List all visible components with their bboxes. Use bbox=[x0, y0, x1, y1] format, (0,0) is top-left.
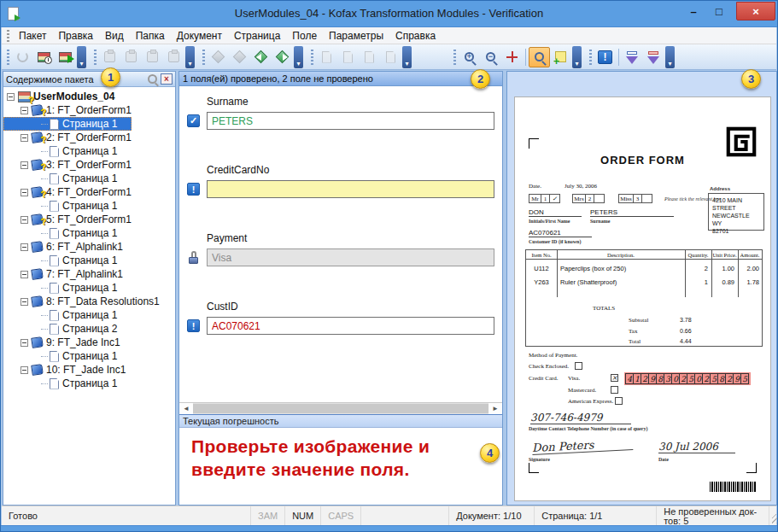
tree-expand-toggle[interactable] bbox=[20, 243, 28, 251]
toolbar-overflow-button[interactable]: ▾ bbox=[294, 46, 303, 68]
force-invalid-button[interactable]: ! bbox=[594, 47, 616, 67]
zoom-selection-button[interactable] bbox=[529, 47, 550, 67]
tree-document[interactable]: ?4: FT_OrderForm1 bbox=[3, 185, 175, 199]
menu-batch[interactable]: Пакет bbox=[13, 28, 52, 44]
confirm-document-button[interactable] bbox=[643, 47, 664, 67]
tree-page[interactable]: Страница 1 bbox=[3, 377, 175, 390]
tree-page-selected[interactable]: Страница 1 bbox=[3, 117, 132, 131]
menu-field[interactable]: Поле bbox=[286, 28, 323, 44]
toolbar-grip[interactable] bbox=[202, 50, 205, 65]
close-button[interactable]: × bbox=[736, 2, 775, 20]
payment-input[interactable] bbox=[207, 248, 494, 266]
zoom-out-button[interactable]: − bbox=[480, 47, 501, 67]
tree-document[interactable]: 8: FT_Data Resolutions1 bbox=[3, 295, 175, 308]
pin-panel-icon[interactable] bbox=[148, 74, 157, 84]
menu-options[interactable]: Параметры bbox=[323, 28, 389, 44]
tree-document[interactable]: ?1: FT_OrderForm1 bbox=[3, 103, 175, 117]
close-batch-button[interactable] bbox=[55, 47, 76, 67]
tree-page[interactable]: Страница 1 bbox=[3, 254, 175, 267]
surname-input[interactable] bbox=[207, 112, 494, 130]
toolbar-grip[interactable] bbox=[311, 50, 313, 65]
tree-document[interactable]: ?3: FT_OrderForm1 bbox=[3, 158, 175, 172]
tree-page[interactable]: Страница 1 bbox=[3, 308, 175, 322]
prev-folder-button[interactable] bbox=[120, 47, 142, 67]
confirm-field-button[interactable] bbox=[622, 47, 643, 67]
menu-page[interactable]: Страница bbox=[228, 28, 286, 44]
prev-page-button[interactable] bbox=[337, 47, 359, 67]
next-folder-button[interactable] bbox=[142, 47, 163, 67]
zoom-in-button[interactable]: + bbox=[459, 47, 480, 67]
horizontal-scrollbar[interactable]: ◄ ► bbox=[179, 402, 502, 414]
close-panel-icon[interactable]: × bbox=[161, 73, 173, 85]
tree-expand-toggle[interactable] bbox=[20, 366, 28, 374]
refresh-batch-button[interactable] bbox=[12, 47, 33, 67]
registration-mark bbox=[529, 138, 539, 149]
last-folder-button[interactable] bbox=[163, 47, 184, 67]
toolbar-overflow-button[interactable]: ▾ bbox=[185, 46, 195, 68]
tree-page[interactable]: Страница 2 bbox=[3, 322, 175, 336]
first-page-button[interactable] bbox=[316, 47, 337, 67]
tree-document[interactable]: ?5: FT_OrderForm1 bbox=[3, 213, 175, 226]
first-folder-button[interactable] bbox=[99, 47, 120, 67]
toolbar-overflow-button[interactable]: ▾ bbox=[665, 46, 675, 68]
fit-image-button[interactable] bbox=[501, 47, 523, 67]
window-resize-grip[interactable] bbox=[769, 506, 778, 525]
tree-expand-toggle[interactable] bbox=[20, 134, 28, 142]
image-viewer-panel[interactable]: ORDER FORM Date. July 30, 2006 Mr 1 ✓ Mr… bbox=[506, 71, 777, 506]
add-note-button[interactable]: + bbox=[550, 47, 571, 67]
prev-unverified-document-button[interactable] bbox=[250, 47, 272, 67]
suspend-batch-button[interactable] bbox=[33, 47, 55, 67]
tree-document[interactable]: 6: FT_Alphalink1 bbox=[3, 240, 175, 254]
next-unverified-document-button[interactable] bbox=[272, 47, 293, 67]
prev-document-button[interactable] bbox=[229, 47, 250, 67]
menu-view[interactable]: Вид bbox=[99, 28, 130, 44]
tree-document[interactable]: 7: FT_Alphalink1 bbox=[3, 267, 175, 281]
tree-expand-toggle[interactable] bbox=[20, 107, 28, 114]
scanned-document-page[interactable]: ORDER FORM Date. July 30, 2006 Mr 1 ✓ Mr… bbox=[514, 96, 771, 501]
toolbar-overflow-button[interactable]: ▾ bbox=[572, 46, 582, 68]
tree-expand-toggle[interactable] bbox=[20, 298, 28, 306]
scroll-left-arrow[interactable]: ◄ bbox=[179, 403, 193, 414]
tree-document[interactable]: ?2: FT_OrderForm1 bbox=[3, 131, 175, 144]
title-bar[interactable]: UserModules_04 - Kofax Transformation Mo… bbox=[1, 1, 777, 27]
menu-grip[interactable] bbox=[7, 30, 9, 42]
next-page-button[interactable] bbox=[359, 47, 380, 67]
fields-panel: 1 поля(ей) проверено, 2 поле не проверен… bbox=[178, 71, 503, 506]
creditcardno-input[interactable] bbox=[207, 180, 494, 198]
menu-help[interactable]: Справка bbox=[389, 28, 442, 44]
scrollbar-thumb[interactable] bbox=[193, 404, 488, 413]
tree-page[interactable]: Страница 1 bbox=[3, 144, 175, 158]
page-icon bbox=[50, 201, 59, 212]
menu-document[interactable]: Документ bbox=[171, 28, 228, 44]
tree-expand-toggle[interactable] bbox=[20, 339, 28, 347]
tree-root[interactable]: ?UserModules_04 bbox=[3, 90, 175, 103]
toolbar-grip[interactable] bbox=[453, 50, 456, 65]
toolbar-overflow-button[interactable]: ▾ bbox=[77, 46, 86, 68]
minimize-button[interactable]: – bbox=[683, 1, 704, 21]
tree-page[interactable]: Страница 1 bbox=[3, 172, 175, 185]
tree-page[interactable]: Страница 1 bbox=[3, 226, 175, 240]
tree-expand-toggle[interactable] bbox=[20, 189, 28, 196]
tree-expand-toggle[interactable] bbox=[7, 93, 15, 101]
toolbar-overflow-button[interactable]: ▾ bbox=[402, 46, 412, 68]
maximize-button[interactable]: □ bbox=[709, 1, 729, 21]
last-page-button[interactable] bbox=[380, 47, 401, 67]
scroll-right-arrow[interactable]: ► bbox=[488, 403, 502, 414]
tree-page[interactable]: Страница 1 bbox=[3, 349, 175, 363]
page-icon bbox=[50, 146, 59, 157]
menu-edit[interactable]: Правка bbox=[52, 28, 99, 44]
tree-expand-toggle[interactable] bbox=[20, 161, 28, 169]
toolbar-grip[interactable] bbox=[589, 50, 592, 65]
menu-folder[interactable]: Папка bbox=[130, 28, 171, 44]
tree-expand-toggle[interactable] bbox=[20, 216, 28, 224]
tree-document[interactable]: 10: FT_Jade Inc1 bbox=[3, 363, 175, 377]
tree-expand-toggle[interactable] bbox=[20, 271, 28, 278]
tree-page[interactable]: Страница 1 bbox=[3, 281, 175, 295]
tree-document[interactable]: 9: FT_Jade Inc1 bbox=[3, 336, 175, 349]
status-bar: Готово ЗАМ NUM CAPS Документ: 1/10 Стран… bbox=[2, 506, 776, 525]
custid-input[interactable] bbox=[207, 317, 494, 335]
toolbar-grip[interactable] bbox=[7, 50, 9, 65]
toolbar-grip[interactable] bbox=[94, 50, 97, 65]
tree-page[interactable]: Страница 1 bbox=[3, 199, 175, 213]
first-document-button[interactable] bbox=[208, 47, 229, 67]
